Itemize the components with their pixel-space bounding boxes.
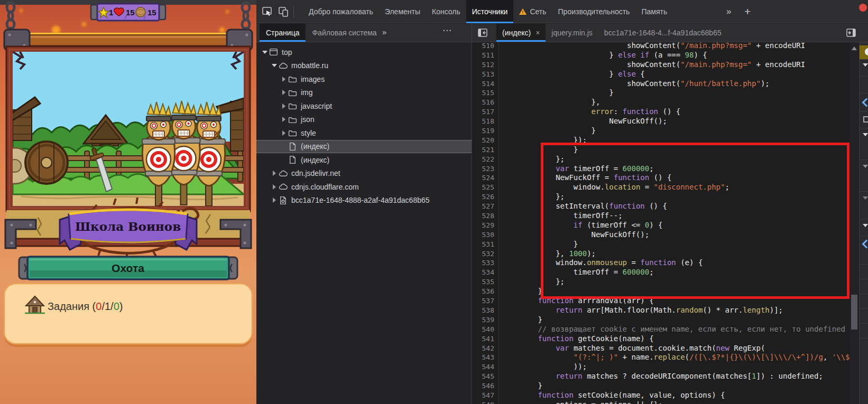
chevron-expanded-icon[interactable]	[271, 64, 278, 67]
line-number[interactable]: 542	[472, 344, 494, 353]
code-line-513[interactable]: 513 } else {	[472, 70, 850, 79]
code-line-533[interactable]: 533 window.onmouseup = function (e) {	[472, 258, 850, 268]
code-line-524[interactable]: 524 NewFuckOff = function () {	[472, 173, 850, 183]
code-line-512[interactable]: 512 showContent("/main.php?msg=" + encod…	[472, 60, 850, 70]
code-line-547[interactable]: 547 function setCookie(name, value, opti…	[472, 391, 850, 400]
code-line-545[interactable]: 545 return matches ? decodeURIComponent(…	[472, 372, 850, 381]
line-number[interactable]: 534	[472, 268, 494, 277]
code-line-525[interactable]: 525 window.location = "disconnect.php";	[472, 183, 850, 192]
navigator-menu-button[interactable]: ⋯	[442, 25, 452, 36]
tasks-panel[interactable]: Задания (0/1/0)	[4, 284, 252, 347]
line-number[interactable]: 525	[472, 183, 494, 192]
code-line-544[interactable]: 544 ));	[472, 362, 850, 372]
inspect-element-icon[interactable]	[262, 6, 273, 17]
line-number[interactable]: 526	[472, 192, 494, 202]
code-line-539[interactable]: 539 }	[472, 315, 850, 325]
toolbar-tab[interactable]: Элементы	[379, 0, 426, 23]
code-line-511[interactable]: 511 } else if (a === 98) {	[472, 51, 850, 60]
toolbar-tab[interactable]: Консоль	[426, 0, 466, 23]
line-number[interactable]: 529	[472, 221, 494, 230]
line-number[interactable]: 545	[472, 372, 494, 381]
line-number[interactable]: 541	[472, 334, 494, 344]
line-number[interactable]: 520	[472, 136, 494, 145]
collapse-icon[interactable]	[860, 222, 868, 227]
code-line-532[interactable]: 532 }, 1000);	[472, 249, 850, 259]
line-number[interactable]: 516	[472, 98, 494, 107]
line-number[interactable]: 543	[472, 353, 494, 362]
line-number[interactable]: 510	[472, 42, 494, 51]
device-toolbar-icon[interactable]	[278, 6, 289, 17]
tree-item-img[interactable]: img	[256, 86, 472, 100]
code-line-527[interactable]: 527 setInterval(function () {	[472, 202, 850, 211]
chevron-collapsed-icon[interactable]	[271, 184, 278, 190]
line-number[interactable]: 523	[472, 164, 494, 174]
step-icon[interactable]	[860, 97, 868, 106]
line-number[interactable]: 539	[472, 315, 494, 325]
chevron-collapsed-icon[interactable]	[281, 77, 287, 82]
code-line-537[interactable]: 537 function arrrandval(arr) {	[472, 296, 850, 306]
tree-item-mobattle.ru[interactable]: mobattle.ru	[256, 59, 472, 73]
tree-item-cdnjs.cloudflare.com[interactable]: cdnjs.cloudflare.com	[256, 180, 472, 194]
toolbar-tab[interactable]: Сеть	[513, 0, 552, 23]
collapse-icon[interactable]	[860, 163, 868, 168]
line-number[interactable]: 540	[472, 325, 494, 334]
close-tab-icon[interactable]: ×	[535, 29, 540, 37]
code-line-518[interactable]: 518 NewFuckOff();	[472, 117, 850, 126]
code-editor[interactable]: 510 showContent("/main.php?msg=" + encod…	[472, 42, 850, 404]
collapse-icon[interactable]	[860, 131, 868, 136]
line-number[interactable]: 527	[472, 202, 494, 211]
code-line-548[interactable]: 548 options = options || {};	[472, 400, 850, 404]
tree-item-json[interactable]: json	[256, 113, 472, 127]
tree-item-javascript[interactable]: javascript	[256, 99, 472, 113]
navigator-more-button[interactable]: »	[382, 27, 386, 36]
code-line-514[interactable]: 514 showContent("/hunt/battle.php");	[472, 79, 850, 89]
chevron-collapsed-icon[interactable]	[271, 171, 278, 176]
hunt-button[interactable]: Охота	[19, 257, 237, 279]
line-number[interactable]: 517	[472, 107, 494, 117]
code-line-538[interactable]: 538 return arr[Math.floor(Math.random() …	[472, 306, 850, 315]
line-number[interactable]: 524	[472, 173, 494, 183]
line-number[interactable]: 512	[472, 60, 494, 70]
code-line-517[interactable]: 517 error: function () {	[472, 107, 850, 117]
toolbar-tab[interactable]: Память	[635, 0, 673, 23]
code-line-546[interactable]: 546 }	[472, 381, 850, 391]
line-number[interactable]: 515	[472, 88, 494, 98]
code-line-536[interactable]: 536 }	[472, 287, 850, 296]
line-number[interactable]: 537	[472, 296, 494, 306]
line-number[interactable]: 519	[472, 126, 494, 136]
tree-item-style[interactable]: style	[256, 126, 472, 140]
chevron-collapsed-icon[interactable]	[281, 130, 287, 136]
tree-item-индекс[interactable]: (индекс)	[256, 153, 472, 167]
toolbar-tab[interactable]: Добро пожаловать	[303, 0, 379, 23]
toolbar-tab[interactable]: Производительность	[552, 0, 636, 23]
code-line-519[interactable]: 519 }	[472, 126, 850, 136]
code-line-530[interactable]: 530 NewFuckOff();	[472, 230, 850, 240]
navigator-tab[interactable]: Файловая система	[306, 24, 383, 42]
line-number[interactable]: 513	[472, 70, 494, 79]
code-line-516[interactable]: 516 },	[472, 98, 850, 107]
line-number[interactable]: 514	[472, 79, 494, 89]
code-line-542[interactable]: 542 var matches = document.cookie.match(…	[472, 344, 850, 353]
add-tab-button[interactable]: +	[738, 0, 756, 23]
code-line-534[interactable]: 534 timerOff = 600000;	[472, 268, 850, 277]
toolbar-tab[interactable]: Источники	[466, 0, 514, 23]
line-number[interactable]: 548	[472, 400, 494, 404]
chevron-collapsed-icon[interactable]	[281, 90, 287, 95]
line-number[interactable]: 530	[472, 230, 494, 240]
tree-item-cdn.jsdelivr.net[interactable]: cdn.jsdelivr.net	[256, 167, 472, 181]
scrollbar-up-arrow-icon[interactable]	[852, 46, 857, 50]
scrollbar-thumb[interactable]	[851, 295, 857, 330]
code-line-526[interactable]: 526 };	[472, 192, 850, 202]
chevron-expanded-icon[interactable]	[262, 51, 268, 54]
code-line-541[interactable]: 541 function getCookie(name) {	[472, 334, 850, 344]
code-line-535[interactable]: 535 };	[472, 277, 850, 287]
line-number[interactable]: 536	[472, 287, 494, 296]
tree-item-индекс[interactable]: (индекс)	[256, 140, 472, 154]
show-debugger-icon[interactable]	[846, 27, 856, 38]
step-icon[interactable]	[860, 239, 868, 247]
pause-icon[interactable]	[860, 45, 868, 59]
collapse-icon[interactable]	[860, 194, 868, 200]
code-line-521[interactable]: 521 }	[472, 145, 850, 155]
more-tabs-button[interactable]: »	[721, 0, 737, 23]
line-number[interactable]: 532	[472, 249, 494, 259]
